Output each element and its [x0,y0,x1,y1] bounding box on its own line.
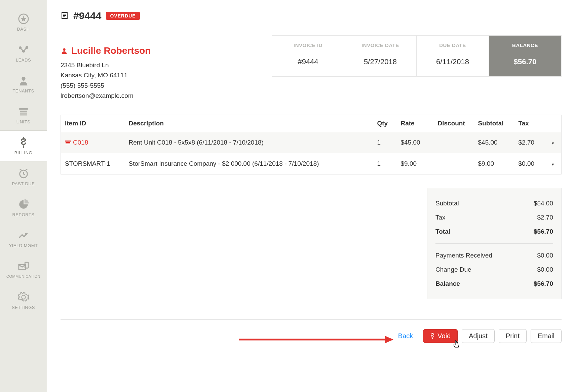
svg-rect-6 [20,111,27,112]
page-title-row: #9444 OVERDUE [61,10,562,22]
label: Change Due [435,266,471,273]
trend-icon [18,230,29,241]
col-description: Description [125,115,373,132]
cell-description: Rent Unit C018 - 5x5x8 (6/11/2018 - 7/10… [125,132,373,153]
value: $56.70 [534,228,553,235]
cell-tax: $0.00 [514,153,545,174]
cell-item-id[interactable]: C018 [61,132,125,153]
main-content: #9444 OVERDUE Lucille Robertson 2345 Blu… [47,0,575,392]
annotation-arrow [239,335,393,345]
line-items-table: Item ID Description Qty Rate Discount Su… [61,115,562,174]
col-expand [545,115,562,132]
col-item-id: Item ID [61,115,125,132]
invoice-number: #9444 [73,10,101,22]
cell-discount [434,153,474,174]
person-icon [61,47,68,54]
label: Subtotal [435,200,459,207]
void-button[interactable]: Void [423,329,458,343]
cell-qty: 1 [373,153,397,174]
value: $0.00 [537,252,553,259]
totals-balance: Balance $56.70 [435,277,553,291]
cell-description: StorSmart Insurance Company - $2,000.00 … [125,153,373,174]
svg-rect-16 [66,144,70,144]
cell-subtotal: $45.00 [474,132,514,153]
cell-qty: 1 [373,132,397,153]
svg-rect-15 [66,142,70,143]
customer-email: lrobertson@example.com [61,91,272,101]
cell-rate: $45.00 [397,132,434,153]
expand-row[interactable]: ▼ [545,132,562,153]
back-link[interactable]: Back [398,332,413,340]
void-label: Void [437,332,451,340]
cell-discount [434,132,474,153]
sidebar-item-billing[interactable]: BILLING [0,130,47,161]
summary-due-date: DUE DATE 6/11/2018 [417,36,489,76]
totals-total: Total $56.70 [435,225,553,239]
customer-address2: Kansas City, MO 64111 [61,70,272,80]
label: Balance [435,280,460,287]
expand-row[interactable]: ▼ [545,153,562,174]
value: $0.00 [537,266,553,273]
summary-balance: BALANCE $56.70 [489,36,561,76]
sidebar-item-units[interactable]: UNITS [0,100,47,130]
summary-label: INVOICE DATE [348,42,413,48]
nodes-icon [18,44,29,55]
status-badge: OVERDUE [106,12,140,20]
cell-item-id: STORSMART-1 [61,153,125,174]
totals-change: Change Due $0.00 [435,263,553,277]
sidebar-item-dash[interactable]: DASH [0,7,47,38]
person-icon [18,75,29,86]
sidebar-item-yield[interactable]: YIELD MGMT [0,223,47,254]
print-button[interactable]: Print [499,329,527,343]
sidebar-item-label: SETTINGS [12,305,35,310]
sidebar-item-leads[interactable]: LEADS [0,38,47,69]
summary-label: DUE DATE [420,42,485,48]
customer-block: Lucille Robertson 2345 Bluebird Ln Kansa… [61,45,272,101]
invoice-summary: INVOICE ID #9444 INVOICE DATE 5/27/2018 … [272,35,562,77]
item-id-text: C018 [73,139,88,146]
alarm-icon [18,168,29,179]
sidebar-item-settings[interactable]: SETTINGS [0,285,47,316]
sidebar-item-label: BILLING [14,150,32,155]
unit-icon [65,139,73,146]
sidebar-item-tenants[interactable]: TENANTS [0,69,47,100]
cell-subtotal: $9.00 [474,153,514,174]
label: Payments Received [435,252,492,259]
footer-actions: Back Void Adjust Print Email [61,319,562,343]
cell-tax: $2.70 [514,132,545,153]
star-circle-icon [18,13,29,25]
value: $2.70 [537,214,553,221]
totals-subtotal: Subtotal $54.00 [435,196,553,210]
totals-box: Subtotal $54.00 Tax $2.70 Total $56.70 P… [427,188,562,299]
svg-point-4 [22,77,25,80]
sidebar: DASH LEADS TENANTS UNITS BILLING [0,0,47,392]
sidebar-item-label: REPORTS [12,212,34,217]
label: Total [435,228,450,235]
summary-label: INVOICE ID [275,42,341,48]
gear-icon [18,291,29,303]
customer-name[interactable]: Lucille Robertson [61,45,272,56]
email-button[interactable]: Email [531,329,562,343]
chevron-down-icon: ▼ [551,162,555,166]
adjust-button[interactable]: Adjust [462,329,495,343]
value: $56.70 [534,280,553,287]
col-subtotal: Subtotal [474,115,514,132]
totals-payments: Payments Received $0.00 [435,248,553,263]
sidebar-item-label: TENANTS [12,88,34,93]
svg-rect-8 [20,114,27,115]
col-qty: Qty [373,115,397,132]
sidebar-item-communication[interactable]: COMMUNICATION [0,254,47,285]
col-rate: Rate [397,115,434,132]
svg-rect-5 [19,108,28,110]
svg-rect-14 [65,141,71,142]
chevron-down-icon: ▼ [551,141,555,145]
sidebar-item-reports[interactable]: REPORTS [0,192,47,223]
summary-value: 6/11/2018 [420,57,485,66]
summary-label: BALANCE [492,42,558,48]
garage-icon [18,106,29,117]
label: Tax [435,214,446,221]
svg-point-13 [63,48,65,51]
sidebar-item-label: PAST DUE [12,181,35,186]
sidebar-item-label: COMMUNICATION [6,274,40,278]
sidebar-item-pastdue[interactable]: PAST DUE [0,161,47,192]
